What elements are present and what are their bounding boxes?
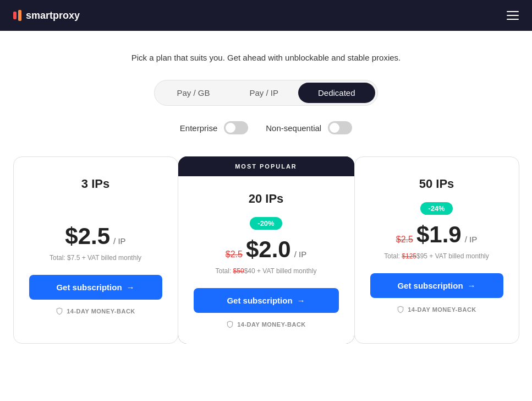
card-3ips-subscribe-label: Get subscription — [56, 283, 122, 292]
card-20ips-total-original: $50 — [233, 267, 244, 275]
card-20ips-price-row: $2.5 $2.0 / IP — [226, 236, 306, 263]
card-20ips-total: Total: $50$40 + VAT billed monthly — [216, 267, 317, 275]
card-50ips: 50 IPs -24% $2.5 $1.9 / IP Total: $125$9… — [354, 156, 519, 344]
card-3ips-total: Total: $7.5 + VAT billed monthly — [50, 254, 141, 262]
card-50ips-subscribe-label: Get subscription — [397, 281, 463, 290]
card-50ips-total: Total: $125$95 + VAT billed monthly — [384, 252, 489, 260]
card-50ips-original-price: $2.5 — [396, 235, 413, 245]
card-50ips-total-original: $125 — [402, 252, 416, 260]
card-50ips-subscribe-button[interactable]: Get subscription → — [370, 273, 503, 298]
shield-icon — [56, 307, 63, 315]
card-3ips-price: $2.5 — [65, 223, 110, 250]
tab-dedicated[interactable]: Dedicated — [298, 83, 375, 103]
card-50ips-total-suffix: $95 + VAT billed monthly — [416, 252, 489, 260]
tab-pay-ip[interactable]: Pay / IP — [229, 83, 298, 103]
card-20ips-total-suffix: $40 + VAT billed monthly — [244, 267, 317, 275]
arrow-icon: → — [468, 281, 476, 290]
arrow-icon: → — [127, 283, 135, 292]
card-50ips-total-prefix: Total: — [384, 252, 402, 260]
card-3ips-unit: / IP — [113, 236, 126, 246]
enterprise-toggle[interactable] — [224, 121, 248, 134]
card-20ips-total-prefix: Total: — [216, 267, 233, 275]
enterprise-switch-label: Enterprise — [180, 121, 248, 134]
card-20ips-money-back: 14-DAY MONEY-BACK — [226, 321, 306, 328]
non-sequential-toggle[interactable] — [328, 121, 352, 134]
page-subtitle: Pick a plan that suits you. Get ahead wi… — [11, 53, 521, 62]
card-20ips: MOST POPULAR 20 IPs -20% $2.5 $2.0 / IP … — [178, 156, 354, 344]
card-20ips-original-price: $2.5 — [226, 250, 243, 259]
switches-row: Enterprise Non-sequential — [11, 121, 521, 134]
non-sequential-switch-label: Non-sequential — [266, 121, 352, 134]
card-50ips-money-back: 14-DAY MONEY-BACK — [397, 306, 476, 313]
main-content: Pick a plan that suits you. Get ahead wi… — [0, 31, 532, 366]
card-3ips: 3 IPs $2.5 / IP Total: $7.5 + VAT billed… — [13, 156, 178, 344]
pricing-cards: 3 IPs $2.5 / IP Total: $7.5 + VAT billed… — [11, 156, 521, 344]
logo: smartproxy — [13, 10, 80, 21]
card-20ips-discount-badge: -20% — [250, 217, 282, 230]
card-50ips-title: 50 IPs — [419, 177, 454, 191]
toggle-group: Pay / GB Pay / IP Dedicated — [154, 80, 377, 106]
card-50ips-unit: / IP — [465, 235, 478, 244]
header: smartproxy — [0, 0, 532, 31]
shield-icon — [226, 321, 234, 328]
hamburger-line — [507, 19, 519, 20]
card-20ips-subscribe-label: Get subscription — [227, 296, 292, 305]
non-sequential-label: Non-sequential — [266, 123, 321, 133]
hamburger-line — [507, 15, 519, 16]
card-20ips-unit: / IP — [294, 250, 307, 259]
card-20ips-price: $2.0 — [246, 236, 291, 263]
logo-bar-1 — [13, 12, 17, 19]
card-50ips-price: $1.9 — [416, 221, 462, 248]
card-3ips-title: 3 IPs — [81, 177, 109, 191]
card-50ips-price-row: $2.5 $1.9 / IP — [396, 221, 477, 248]
enterprise-label: Enterprise — [180, 123, 217, 133]
logo-text: smartproxy — [26, 10, 80, 21]
card-50ips-money-back-label: 14-DAY MONEY-BACK — [408, 306, 476, 313]
most-popular-banner: MOST POPULAR — [178, 156, 354, 176]
card-20ips-money-back-label: 14-DAY MONEY-BACK — [237, 321, 306, 328]
card-3ips-money-back-label: 14-DAY MONEY-BACK — [67, 308, 135, 315]
logo-bar-2 — [18, 10, 21, 21]
card-3ips-money-back: 14-DAY MONEY-BACK — [56, 307, 135, 315]
card-20ips-inner: 20 IPs -20% $2.5 $2.0 / IP Total: $50$40… — [178, 176, 354, 344]
tab-pay-gb[interactable]: Pay / GB — [157, 83, 229, 103]
shield-icon — [397, 306, 404, 313]
arrow-icon: → — [297, 296, 305, 305]
hamburger-icon[interactable] — [507, 11, 519, 20]
card-3ips-subscribe-button[interactable]: Get subscription → — [29, 275, 162, 300]
card-50ips-discount-badge: -24% — [420, 202, 452, 215]
logo-icon — [13, 10, 21, 21]
card-20ips-subscribe-button[interactable]: Get subscription → — [194, 288, 339, 313]
card-20ips-title: 20 IPs — [249, 192, 284, 206]
plan-toggle-group: Pay / GB Pay / IP Dedicated — [11, 80, 521, 106]
hamburger-line — [507, 11, 519, 12]
card-3ips-price-row: $2.5 / IP — [65, 223, 125, 250]
